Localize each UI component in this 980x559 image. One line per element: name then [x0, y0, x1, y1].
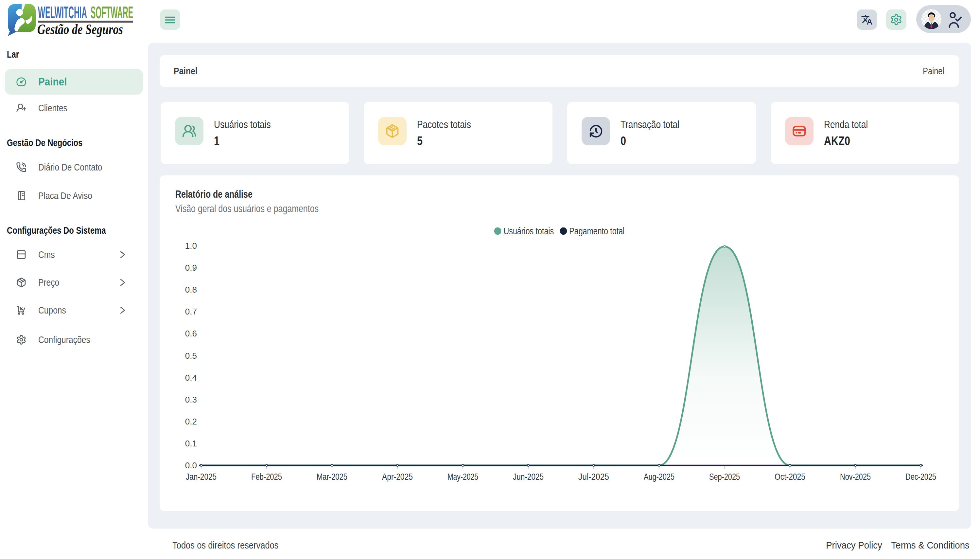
svg-text:Mar-2025: Mar-2025 [317, 471, 347, 482]
svg-text:0.6: 0.6 [185, 329, 197, 338]
svg-text:Jul-2025: Jul-2025 [578, 471, 609, 482]
svg-text:0.7: 0.7 [185, 307, 197, 316]
svg-text:0.8: 0.8 [185, 285, 197, 294]
svg-text:0.4: 0.4 [185, 373, 197, 383]
svg-text:May-2025: May-2025 [447, 471, 478, 482]
svg-text:Gestão de Seguros: Gestão de Seguros [37, 21, 123, 37]
svg-text:0.1: 0.1 [185, 438, 197, 448]
svg-text:Jun-2025: Jun-2025 [513, 471, 544, 482]
svg-text:Nov-2025: Nov-2025 [840, 471, 871, 482]
svg-text:SOFTWARE: SOFTWARE [91, 3, 133, 22]
svg-text:0.9: 0.9 [185, 263, 197, 273]
svg-text:Feb-2025: Feb-2025 [251, 471, 282, 482]
svg-text:Apr-2025: Apr-2025 [382, 471, 413, 482]
svg-text:WELWITCHIA: WELWITCHIA [38, 3, 87, 22]
svg-text:Jan-2025: Jan-2025 [186, 471, 216, 482]
svg-text:1.0: 1.0 [185, 241, 197, 251]
svg-text:Dec-2025: Dec-2025 [906, 471, 936, 482]
svg-text:0.0: 0.0 [185, 460, 197, 470]
svg-text:Oct-2025: Oct-2025 [775, 471, 805, 482]
svg-text:0.2: 0.2 [185, 417, 197, 427]
svg-text:0.3: 0.3 [185, 395, 197, 405]
svg-text:Aug-2025: Aug-2025 [644, 471, 675, 482]
svg-text:Sep-2025: Sep-2025 [709, 471, 740, 482]
svg-text:0.5: 0.5 [185, 351, 197, 361]
